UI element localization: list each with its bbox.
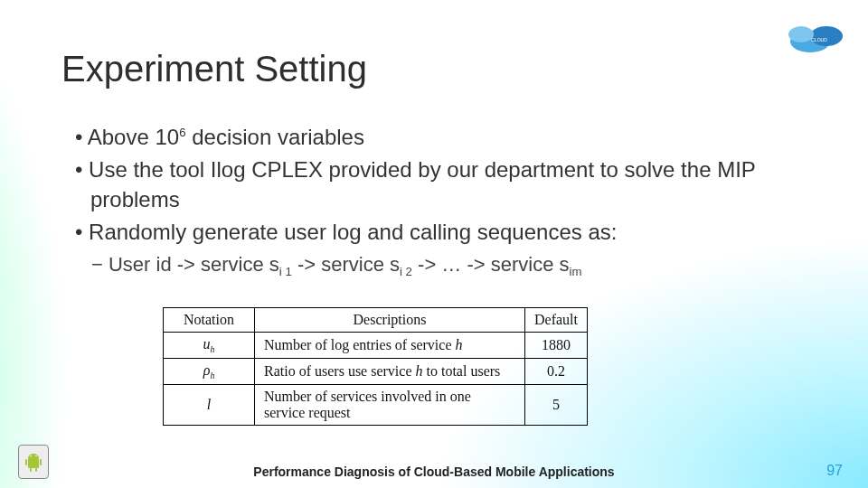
slide-title: Experiment Setting	[61, 49, 367, 89]
svg-point-2	[788, 26, 814, 42]
table-row: uh Number of log entries of service h 18…	[164, 333, 588, 359]
logo-text: CLOUD	[811, 37, 827, 42]
th-default: Default	[525, 308, 588, 333]
footer-title: Performance Diagnosis of Cloud-Based Mob…	[0, 465, 868, 479]
cell-desc: Number of services involved in one servi…	[255, 385, 525, 426]
cell-desc: Ratio of users use service h to total us…	[255, 359, 525, 385]
cell-default: 1880	[525, 333, 588, 359]
body: Above 106 decision variables Use the too…	[72, 123, 823, 289]
bullet-3: Randomly generate user log and calling s…	[72, 218, 823, 247]
cell-default: 0.2	[525, 359, 588, 385]
bullet-2: Use the tool Ilog CPLEX provided by our …	[72, 155, 823, 214]
cell-default: 5	[525, 385, 588, 426]
svg-point-9	[35, 455, 37, 457]
table-row: l Number of services involved in one ser…	[164, 385, 588, 426]
cell-desc: Number of log entries of service h	[255, 333, 525, 359]
notation-table: Notation Descriptions Default uh Number …	[163, 307, 588, 426]
bullet-1-prefix: Above 10	[88, 125, 179, 149]
bullet-1-rest: decision variables	[192, 125, 364, 149]
table-header-row: Notation Descriptions Default	[164, 308, 588, 333]
th-descriptions: Descriptions	[255, 308, 525, 333]
svg-point-8	[30, 455, 32, 457]
cell-notation: uh	[164, 333, 255, 359]
bullet-1-exp: 6	[179, 126, 185, 139]
cell-notation: l	[164, 385, 255, 426]
cell-notation: ρh	[164, 359, 255, 385]
svg-point-1	[810, 26, 843, 46]
th-notation: Notation	[164, 308, 255, 333]
cloud-logo: CLOUD	[783, 18, 846, 60]
table-row: ρh Ratio of users use service h to total…	[164, 359, 588, 385]
page-number: 97	[826, 463, 843, 479]
bullet-1: Above 106 decision variables	[72, 123, 823, 152]
sub-bullet: User id -> service si 1 -> service si 2 …	[89, 251, 823, 280]
